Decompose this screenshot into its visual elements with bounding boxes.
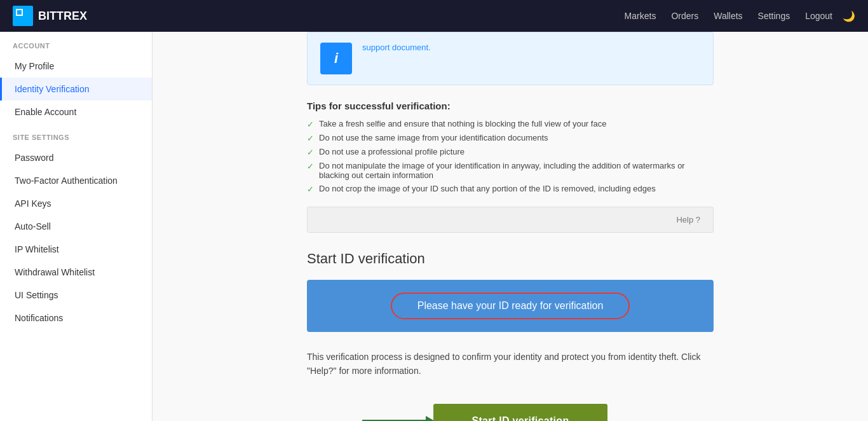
verify-description: This verification process is designed to… [307, 350, 714, 378]
sidebar-item-label: Auto-Sell [15, 221, 51, 231]
sidebar-item-withdrawal-whitelist[interactable]: Withdrawal Whitelist [0, 261, 152, 284]
sidebar-item-ip-whitelist[interactable]: IP Whitelist [0, 238, 152, 261]
arrow-container [362, 416, 435, 421]
sidebar-item-label: Identity Verification [15, 84, 90, 94]
logo-icon [13, 6, 33, 26]
account-section-label: ACCOUNT [0, 32, 152, 55]
tips-section: Tips for successful verification: ✓ Take… [307, 100, 714, 194]
tip-item-4: ✓ Do not manipulate the image of your id… [307, 161, 714, 180]
sidebar-item-ui-settings[interactable]: UI Settings [0, 284, 152, 307]
tip-item-1: ✓ Take a fresh selfie and ensure that no… [307, 119, 714, 129]
nav-orders[interactable]: Orders [671, 11, 698, 21]
nav-settings[interactable]: Settings [758, 11, 790, 21]
sidebar-item-label: Enable Account [15, 107, 76, 117]
checkmark-icon: ✓ [307, 120, 314, 129]
tip-text: Take a fresh selfie and ensure that noth… [319, 119, 606, 128]
nav-logout[interactable]: Logout [805, 11, 832, 21]
nav-wallets[interactable]: Wallets [714, 11, 742, 21]
nav-menu: Markets Orders Wallets Settings Logout [625, 11, 832, 21]
start-id-title: Start ID verification [307, 251, 714, 267]
help-bar[interactable]: Help ? [307, 207, 714, 233]
tip-item-2: ✓ Do not use the same image from your id… [307, 133, 714, 143]
sidebar-item-label: Password [15, 153, 53, 163]
sidebar-item-label: IP Whitelist [15, 244, 59, 254]
support-link[interactable]: support document. [362, 43, 431, 52]
sidebar-item-label: Two-Factor Authentication [15, 176, 118, 186]
info-banner-text: support document. [362, 43, 431, 52]
sidebar-item-two-factor[interactable]: Two-Factor Authentication [0, 169, 152, 192]
verify-box-text: Please have your ID ready for verificati… [417, 300, 604, 311]
tip-item-3: ✓ Do not use a professional profile pict… [307, 147, 714, 157]
cta-row: Start ID verification [256, 404, 714, 421]
help-label[interactable]: Help ? [676, 215, 700, 224]
main-content: i support document. Tips for successful … [153, 32, 868, 421]
sidebar-item-api-keys[interactable]: API Keys [0, 192, 152, 215]
checkmark-icon: ✓ [307, 134, 314, 143]
sidebar-item-label: UI Settings [15, 290, 58, 300]
checkmark-icon: ✓ [307, 148, 314, 157]
sidebar-item-label: Withdrawal Whitelist [15, 267, 95, 277]
sidebar: ACCOUNT My Profile Identity Verification… [0, 32, 153, 421]
logo: BITTREX [13, 6, 87, 26]
sidebar-item-label: My Profile [15, 61, 54, 71]
start-verification-button[interactable]: Start ID verification [433, 404, 607, 421]
verify-box: Please have your ID ready for verificati… [307, 280, 714, 332]
checkmark-icon: ✓ [307, 184, 314, 194]
theme-toggle-icon[interactable]: 🌙 [843, 10, 855, 22]
svg-rect-0 [17, 10, 22, 15]
sidebar-item-label: API Keys [15, 198, 51, 209]
tips-title: Tips for successful verification: [307, 100, 714, 111]
verify-box-inner: Please have your ID ready for verificati… [391, 293, 630, 319]
site-settings-section-label: SITE SETTINGS [0, 123, 152, 146]
sidebar-item-label: Notifications [15, 313, 63, 323]
tip-item-5: ✓ Do not crop the image of your ID such … [307, 184, 714, 194]
info-banner: i support document. [307, 32, 714, 85]
sidebar-item-my-profile[interactable]: My Profile [0, 55, 152, 78]
sidebar-item-auto-sell[interactable]: Auto-Sell [0, 215, 152, 238]
logo-text: BITTREX [38, 10, 87, 23]
tip-text: Do not use the same image from your iden… [319, 133, 548, 142]
sidebar-item-identity-verification[interactable]: Identity Verification [0, 78, 152, 100]
svg-rect-1 [24, 10, 29, 15]
tip-text: Do not crop the image of your ID such th… [319, 184, 656, 193]
svg-rect-2 [17, 17, 22, 22]
info-icon: i [320, 43, 352, 74]
top-navigation: BITTREX Markets Orders Wallets Settings … [0, 0, 868, 32]
sidebar-item-password[interactable]: Password [0, 146, 152, 169]
nav-markets[interactable]: Markets [625, 11, 656, 21]
sidebar-item-notifications[interactable]: Notifications [0, 307, 152, 329]
checkmark-icon: ✓ [307, 162, 314, 171]
sidebar-item-enable-account[interactable]: Enable Account [0, 100, 152, 123]
tip-text: Do not use a professional profile pictur… [319, 147, 465, 156]
tip-text: Do not manipulate the image of your iden… [319, 161, 714, 180]
